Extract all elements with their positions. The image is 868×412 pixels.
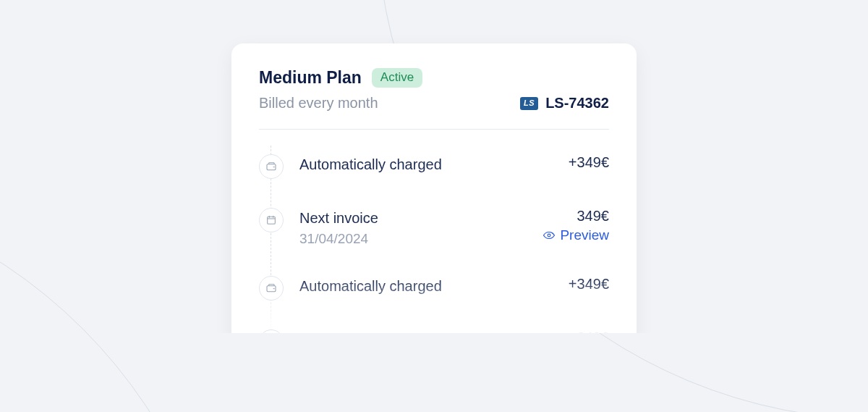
timeline-amount: +349€ xyxy=(569,154,609,171)
svg-rect-1 xyxy=(268,216,276,224)
card-header: Medium Plan Active Billed every month LS… xyxy=(259,68,609,125)
calendar-icon xyxy=(259,208,284,232)
account-id: LS-74362 xyxy=(545,95,609,112)
timeline-label: Next invoice xyxy=(299,208,378,228)
billing-plan-card: Medium Plan Active Billed every month LS… xyxy=(231,43,637,333)
account-chip-icon: LS xyxy=(520,97,538,110)
timeline-item: Next invoice 31/04/2024 349€ Preview xyxy=(259,199,609,267)
timeline-amount: 349€ xyxy=(577,329,610,333)
billing-cycle: Billed every month xyxy=(259,95,378,112)
timeline-label: Automatically charged xyxy=(299,276,442,296)
timeline-amount: +349€ xyxy=(569,276,609,293)
status-badge: Active xyxy=(372,68,422,88)
timeline-item: Automatically charged +349€ xyxy=(259,267,609,321)
wallet-icon xyxy=(259,276,284,300)
timeline-label: Automatically charged xyxy=(299,154,442,175)
calendar-icon xyxy=(259,329,284,333)
timeline-amount: 349€ xyxy=(577,208,610,224)
preview-button[interactable]: Preview xyxy=(542,227,609,243)
preview-label: Preview xyxy=(560,227,609,243)
svg-point-2 xyxy=(548,234,551,237)
eye-icon xyxy=(542,229,556,242)
timeline-date: 31/04/2024 xyxy=(299,231,378,247)
billing-timeline: Automatically charged +349€ Next invoice… xyxy=(259,130,609,333)
wallet-icon xyxy=(259,154,284,179)
timeline-item: Next invoice 349€ xyxy=(259,321,609,333)
account-tag[interactable]: LS LS-74362 xyxy=(520,95,609,112)
timeline-item: Automatically charged +349€ xyxy=(259,146,609,199)
plan-title: Medium Plan xyxy=(259,68,362,88)
timeline-label: Next invoice xyxy=(299,329,378,333)
